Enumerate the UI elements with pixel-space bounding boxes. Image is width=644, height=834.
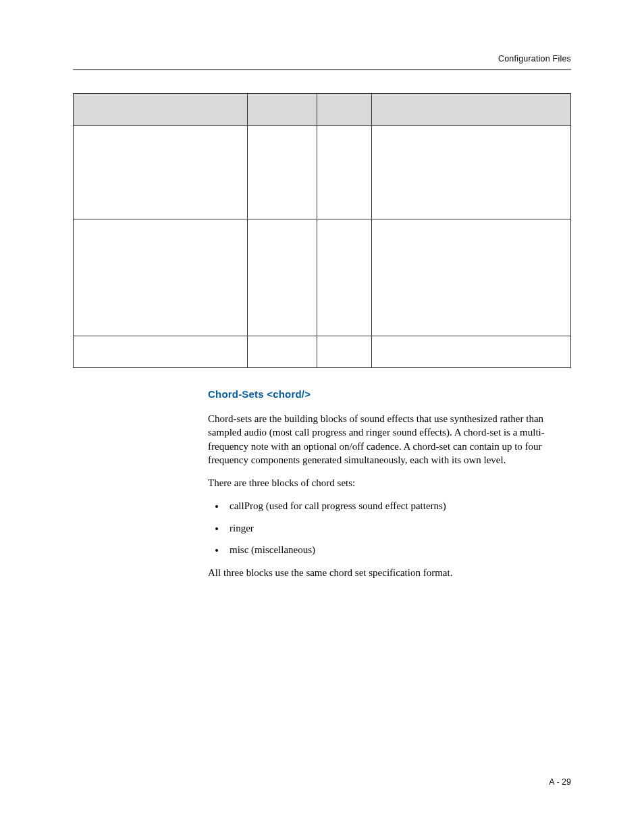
table-cell bbox=[372, 126, 571, 219]
paragraph: All three blocks use the same chord set … bbox=[208, 566, 571, 579]
table-row bbox=[74, 126, 571, 219]
table-header-cell bbox=[372, 94, 571, 126]
list-item: misc (miscellaneous) bbox=[225, 543, 571, 556]
list-item: callProg (used for call progress sound e… bbox=[225, 499, 571, 513]
table-cell bbox=[317, 126, 372, 219]
table-cell bbox=[372, 336, 571, 368]
table-cell bbox=[74, 126, 248, 219]
table-header-cell bbox=[74, 94, 248, 126]
body-column: Chord-Sets <chord/> Chord-sets are the b… bbox=[208, 388, 571, 579]
table-cell bbox=[317, 219, 372, 336]
running-head: Configuration Files bbox=[73, 54, 571, 63]
header-rule bbox=[73, 69, 571, 70]
table-header-row bbox=[74, 94, 571, 126]
table-header-cell bbox=[247, 94, 317, 126]
table-cell bbox=[74, 336, 248, 368]
paragraph: Chord-sets are the building blocks of so… bbox=[208, 412, 571, 467]
table-row bbox=[74, 219, 571, 336]
bullet-list: callProg (used for call progress sound e… bbox=[208, 499, 571, 556]
paragraph: There are three blocks of chord sets: bbox=[208, 476, 571, 490]
table-header-cell bbox=[317, 94, 372, 126]
page-number: A - 29 bbox=[549, 777, 571, 787]
attribute-table bbox=[73, 93, 571, 368]
table-cell bbox=[247, 336, 317, 368]
table-cell bbox=[247, 219, 317, 336]
table-cell bbox=[317, 336, 372, 368]
table-row bbox=[74, 336, 571, 368]
page: Configuration Files bbox=[0, 0, 644, 834]
table-cell bbox=[372, 219, 571, 336]
table-cell bbox=[247, 126, 317, 219]
list-item: ringer bbox=[225, 521, 571, 535]
table-cell bbox=[74, 219, 248, 336]
section-heading: Chord-Sets <chord/> bbox=[208, 388, 571, 400]
